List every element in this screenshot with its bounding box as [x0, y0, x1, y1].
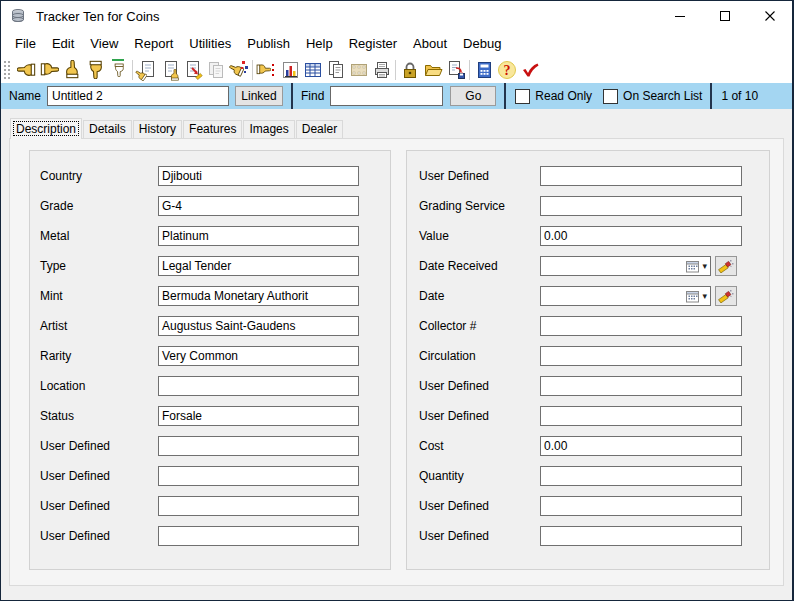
field-label: User Defined	[407, 409, 540, 423]
field-label: Mint	[30, 289, 158, 303]
date-input[interactable]: ▾	[540, 286, 711, 306]
minimize-button[interactable]	[657, 1, 702, 31]
find-input[interactable]	[330, 86, 443, 106]
dropdown-arrow-icon[interactable]: ▾	[702, 292, 707, 301]
copy-record-icon[interactable]	[204, 58, 227, 82]
chart-icon[interactable]	[278, 58, 301, 82]
collector-input[interactable]	[540, 316, 742, 336]
calendar-icon	[686, 290, 700, 303]
print-icon[interactable]	[370, 58, 393, 82]
close-button[interactable]	[747, 1, 792, 31]
field-row: Quantity	[407, 466, 769, 486]
tab-images[interactable]: Images	[243, 120, 294, 138]
tab-features[interactable]: Features	[183, 120, 242, 138]
find-record-icon[interactable]	[255, 58, 278, 82]
user-defined-input[interactable]	[158, 496, 359, 516]
type-input[interactable]: Legal Tender	[158, 256, 359, 276]
field-label: Collector #	[407, 319, 540, 333]
copy-pages-icon[interactable]	[324, 58, 347, 82]
menu-utilities[interactable]: Utilities	[181, 36, 239, 51]
menu-view[interactable]: View	[82, 36, 126, 51]
rarity-input[interactable]: Very Common	[158, 346, 359, 366]
field-label: Circulation	[407, 349, 540, 363]
user-defined-input[interactable]	[540, 406, 742, 426]
metal-input[interactable]: Platinum	[158, 226, 359, 246]
calculator-icon[interactable]	[472, 58, 495, 82]
left-fields: CountryDjiboutiGradeG-4MetalPlatinumType…	[30, 151, 390, 546]
name-input[interactable]: Untitled 2	[47, 86, 229, 106]
user-defined-input[interactable]	[158, 526, 359, 546]
export-icon[interactable]	[444, 58, 467, 82]
delete-record-icon[interactable]	[227, 58, 250, 82]
field-label: Type	[30, 259, 158, 273]
field-row: TypeLegal Tender	[30, 256, 390, 276]
user-defined-input[interactable]	[158, 436, 359, 456]
read-only-checkbox[interactable]	[515, 89, 530, 104]
nav-forward-icon[interactable]	[38, 58, 61, 82]
clear-date-button[interactable]	[715, 256, 737, 276]
menu-about[interactable]: About	[405, 36, 455, 51]
lock-icon[interactable]	[398, 58, 421, 82]
status-input[interactable]: Forsale	[158, 406, 359, 426]
nav-first-icon[interactable]	[61, 58, 84, 82]
menu-register[interactable]: Register	[341, 36, 405, 51]
save-record-icon[interactable]	[181, 58, 204, 82]
menu-edit[interactable]: Edit	[44, 36, 82, 51]
circulation-input[interactable]	[540, 346, 742, 366]
on-search-list-checkbox[interactable]	[603, 89, 618, 104]
grade-input[interactable]: G-4	[158, 196, 359, 216]
location-input[interactable]	[158, 376, 359, 396]
dropdown-arrow-icon[interactable]: ▾	[702, 262, 707, 271]
toolbar-separator	[395, 60, 396, 80]
table-view-icon[interactable]	[301, 58, 324, 82]
field-row: Circulation	[407, 346, 769, 366]
artist-input[interactable]: Augustus Saint-Gaudens	[158, 316, 359, 336]
user-defined-input[interactable]	[540, 376, 742, 396]
field-row: Cost0.00	[407, 436, 769, 456]
country-input[interactable]: Djibouti	[158, 166, 359, 186]
menu-report[interactable]: Report	[126, 36, 181, 51]
tab-description[interactable]: Description	[10, 118, 82, 139]
field-label: Rarity	[30, 349, 158, 363]
cost-input[interactable]: 0.00	[540, 436, 742, 456]
window-title: Tracker Ten for Coins	[36, 9, 160, 24]
field-row: User Defined	[407, 406, 769, 426]
menu-publish[interactable]: Publish	[239, 36, 298, 51]
tab-history[interactable]: History	[133, 120, 182, 138]
tab-details[interactable]: Details	[83, 120, 132, 138]
confirm-icon[interactable]	[518, 58, 541, 82]
new-record-icon[interactable]	[135, 58, 158, 82]
grading-service-input[interactable]	[540, 196, 742, 216]
menu-help[interactable]: Help	[298, 36, 341, 51]
on-search-list-label: On Search List	[623, 89, 702, 103]
user-defined-input[interactable]	[540, 166, 742, 186]
field-label: User Defined	[407, 169, 540, 183]
value-input[interactable]: 0.00	[540, 226, 742, 246]
media-icon[interactable]	[347, 58, 370, 82]
date-received-input[interactable]: ▾	[540, 256, 711, 276]
edit-record-icon[interactable]	[158, 58, 181, 82]
field-label: Artist	[30, 319, 158, 333]
linked-button[interactable]: Linked	[235, 86, 283, 106]
user-defined-input[interactable]	[540, 496, 742, 516]
user-defined-input[interactable]	[540, 526, 742, 546]
menu-bar: FileEditViewReportUtilitiesPublishHelpRe…	[1, 31, 792, 56]
record-counter: 1 of 10	[721, 89, 758, 103]
user-defined-input[interactable]	[158, 466, 359, 486]
maximize-button[interactable]	[702, 1, 747, 31]
nav-back-icon[interactable]	[15, 58, 38, 82]
open-folder-icon[interactable]	[421, 58, 444, 82]
nav-last-icon[interactable]	[84, 58, 107, 82]
menu-debug[interactable]: Debug	[455, 36, 509, 51]
tab-dealer[interactable]: Dealer	[296, 120, 343, 138]
field-label: User Defined	[30, 439, 158, 453]
goto-record-icon[interactable]	[107, 58, 130, 82]
mint-input[interactable]: Bermuda Monetary Authorit	[158, 286, 359, 306]
quantity-input[interactable]	[540, 466, 742, 486]
field-row: User Defined	[30, 436, 390, 456]
help-icon[interactable]: ?	[495, 58, 518, 82]
menu-file[interactable]: File	[7, 36, 44, 51]
clear-date-button[interactable]	[715, 286, 737, 306]
field-row: User Defined	[407, 166, 769, 186]
go-button[interactable]: Go	[450, 86, 496, 106]
